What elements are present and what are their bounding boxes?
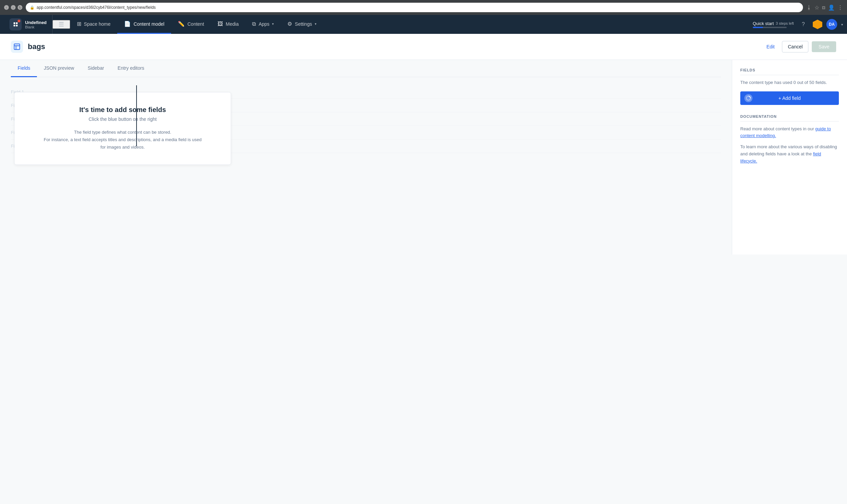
brand-text: Undefined Blank: [25, 20, 47, 29]
settings-arrow-icon: ▾: [315, 22, 316, 26]
add-field-button[interactable]: + Add field: [740, 91, 839, 105]
navbar: Undefined Blank ☰ ⊞ Space home 📄 Content…: [0, 15, 847, 34]
documentation-title: DOCUMENTATION: [740, 114, 839, 122]
url-text: app.contentful.com/spaces/d36l2cyb476l/c…: [37, 5, 156, 10]
documentation-section: DOCUMENTATION Read more about content ty…: [740, 114, 839, 165]
doc-text-1: Read more about content types in our gui…: [740, 126, 839, 140]
more-icon[interactable]: ⋮: [837, 4, 843, 11]
star-icon[interactable]: ☆: [814, 4, 819, 11]
download-icon[interactable]: ⭳: [806, 4, 812, 11]
forward-button[interactable]: ›: [11, 5, 16, 10]
quick-start[interactable]: Quick start 3 steps left: [753, 21, 794, 28]
nav-label-content-model: Content model: [134, 21, 164, 27]
brand-name: Undefined: [25, 20, 47, 25]
nav-label-content: Content: [187, 21, 204, 27]
fields-area: Field 1 Field 2 Field 3 Field 4 Field 5 …: [11, 85, 721, 254]
content-model-icon: 📄: [124, 21, 131, 27]
fields-count: The content type has used 0 out of 50 fi…: [740, 79, 839, 86]
fields-section-title: FIELDS: [740, 68, 839, 75]
empty-state-subtitle: Click the blue button on the right: [35, 116, 210, 122]
nav-label-media: Media: [226, 21, 239, 27]
brand-grid: [14, 22, 18, 26]
nav-item-apps[interactable]: ⧉ Apps ▾: [245, 15, 280, 34]
quick-start-badge: 3 steps left: [776, 21, 794, 25]
address-bar[interactable]: 🔒 app.contentful.com/spaces/d36l2cyb476l…: [26, 3, 803, 12]
content-type-icon: [11, 41, 23, 53]
edit-button[interactable]: Edit: [762, 42, 779, 51]
apps-arrow-icon: ▾: [272, 22, 274, 26]
apps-icon: ⧉: [252, 21, 256, 27]
browser-controls: ‹ › ↻: [4, 5, 22, 10]
quick-start-label: Quick start: [753, 21, 774, 26]
brand-icon: [10, 18, 22, 31]
home-icon: ⊞: [77, 21, 81, 27]
avatar-dropdown-icon[interactable]: ▾: [841, 23, 843, 26]
content-header: bags Edit Cancel Save: [0, 34, 847, 60]
content-header-actions: Edit Cancel Save: [762, 41, 836, 52]
nav-item-space-home[interactable]: ⊞ Space home: [70, 15, 118, 34]
nav-item-content-model[interactable]: 📄 Content model: [117, 15, 171, 34]
content-header-left: bags: [11, 41, 762, 53]
tabs: Fields JSON preview Sidebar Entry editor…: [11, 60, 721, 77]
profile-icon[interactable]: 👤: [828, 4, 835, 11]
lock-icon: 🔒: [30, 5, 35, 10]
nav-item-media[interactable]: 🖼 Media: [211, 15, 245, 34]
cancel-button[interactable]: Cancel: [782, 41, 808, 52]
navbar-right: Quick start 3 steps left ? DA ▾: [753, 19, 843, 30]
avatar[interactable]: DA: [826, 19, 837, 30]
empty-state-description: The field type defines what content can …: [35, 129, 210, 151]
back-button[interactable]: ‹: [4, 5, 9, 10]
browser-actions: ⭳ ☆ ⧈ 👤 ⋮: [806, 4, 843, 11]
navbar-nav: ⊞ Space home 📄 Content model ✏️ Content …: [70, 15, 323, 34]
brand-dot: [18, 20, 20, 22]
doc-text-2: To learn more about the various ways of …: [740, 144, 839, 164]
help-button[interactable]: ?: [798, 19, 809, 30]
content-icon: ✏️: [178, 21, 185, 27]
left-panel: Fields JSON preview Sidebar Entry editor…: [0, 60, 732, 254]
tab-sidebar[interactable]: Sidebar: [81, 60, 111, 77]
quick-start-top: Quick start 3 steps left: [753, 21, 794, 26]
tab-json-preview[interactable]: JSON preview: [37, 60, 81, 77]
quick-start-progress-bar: [753, 27, 787, 28]
add-field-label: + Add field: [779, 95, 801, 101]
media-icon: 🖼: [218, 21, 223, 27]
refresh-button[interactable]: ↻: [18, 5, 22, 10]
tab-fields[interactable]: Fields: [11, 60, 37, 77]
browser-chrome: ‹ › ↻ 🔒 app.contentful.com/spaces/d36l2c…: [0, 0, 847, 15]
save-button[interactable]: Save: [812, 41, 836, 52]
hex-icon[interactable]: [813, 20, 822, 29]
nav-item-content[interactable]: ✏️ Content: [171, 15, 211, 34]
brand[interactable]: Undefined Blank: [4, 15, 53, 34]
add-field-spinner: [744, 94, 753, 102]
quick-start-progress-fill: [753, 27, 763, 28]
doc-text-1-label: Read more about content types in our: [740, 126, 814, 131]
nav-label-apps: Apps: [259, 21, 269, 27]
tab-entry-editors[interactable]: Entry editors: [111, 60, 151, 77]
main-layout: Fields JSON preview Sidebar Entry editor…: [0, 60, 847, 254]
nav-item-settings[interactable]: ⚙ Settings ▾: [280, 15, 323, 34]
empty-state-title: It's time to add some fields: [35, 106, 210, 114]
hamburger-button[interactable]: ☰: [53, 20, 70, 29]
nav-label-space-home: Space home: [84, 21, 111, 27]
right-panel: FIELDS The content type has used 0 out o…: [732, 60, 847, 254]
doc-text-2-label: To learn more about the various ways of …: [740, 144, 837, 156]
svg-rect-0: [14, 44, 20, 50]
content-title: bags: [28, 42, 45, 51]
nav-label-settings: Settings: [295, 21, 312, 27]
extensions-icon[interactable]: ⧈: [822, 4, 825, 11]
empty-state-card: It's time to add some fields Click the b…: [14, 92, 231, 165]
settings-icon: ⚙: [287, 21, 292, 27]
brand-sub: Blank: [25, 25, 47, 29]
